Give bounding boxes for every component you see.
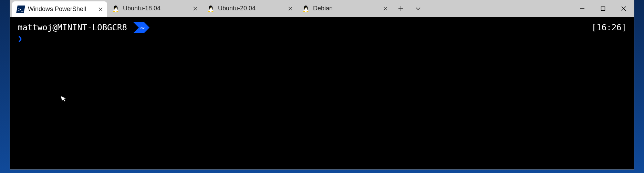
tux-icon	[112, 5, 120, 12]
svg-point-26	[306, 7, 307, 7]
tab-label: Ubuntu-18.04	[123, 5, 187, 12]
svg-point-14	[211, 7, 212, 7]
svg-point-29	[307, 11, 309, 12]
svg-point-5	[115, 7, 115, 7]
svg-point-17	[210, 8, 211, 8]
terminal-pane[interactable]: mattwoj@MININT-LOBGCR8 ~ [16:26] ❯	[10, 17, 634, 169]
svg-point-19	[211, 11, 214, 12]
svg-point-24	[306, 7, 307, 7]
svg-point-7	[115, 8, 116, 8]
terminal-window: >_ Windows PowerShell Ubuntu-18.04	[10, 0, 634, 170]
svg-point-4	[116, 7, 117, 7]
svg-point-28	[303, 11, 305, 12]
svg-point-25	[305, 7, 305, 7]
prompt-path-segment: ~	[133, 22, 149, 33]
new-tab-button[interactable]	[392, 0, 409, 17]
svg-point-9	[116, 11, 118, 12]
tab-label: Debian	[313, 5, 377, 12]
prompt-clock: [16:26]	[592, 23, 626, 32]
svg-point-27	[305, 8, 306, 8]
tabs-row: >_ Windows PowerShell Ubuntu-18.04	[10, 0, 427, 17]
tux-icon	[207, 5, 215, 12]
tab-ubuntu-2004[interactable]: Ubuntu-20.04	[202, 0, 297, 17]
tab-powershell[interactable]: >_ Windows PowerShell	[12, 1, 107, 17]
prompt-line: mattwoj@MININT-LOBGCR8 ~ [16:26]	[18, 22, 626, 33]
close-icon[interactable]	[381, 4, 390, 13]
svg-point-18	[208, 11, 210, 12]
svg-rect-30	[601, 7, 605, 10]
prompt-user-host: mattwoj@MININT-LOBGCR8	[18, 23, 127, 32]
close-icon[interactable]	[191, 4, 200, 13]
mouse-cursor-icon	[60, 94, 68, 104]
tux-icon	[302, 5, 310, 12]
close-window-button[interactable]	[613, 0, 634, 17]
tab-label: Windows PowerShell	[28, 6, 93, 13]
svg-point-13	[210, 7, 210, 7]
powershell-icon: >_	[17, 6, 24, 13]
svg-point-6	[116, 7, 116, 7]
close-icon[interactable]	[96, 5, 105, 14]
tab-ubuntu-1804[interactable]: Ubuntu-18.04	[107, 0, 202, 17]
minimize-button[interactable]	[572, 0, 593, 17]
svg-point-16	[211, 7, 211, 7]
maximize-button[interactable]	[593, 0, 613, 17]
prompt-caret: ❯	[18, 34, 626, 43]
tab-debian[interactable]: Debian	[297, 0, 392, 17]
close-icon[interactable]	[286, 4, 295, 13]
svg-point-15	[210, 7, 210, 7]
svg-point-23	[305, 7, 305, 7]
svg-point-3	[115, 7, 115, 7]
titlebar-drag-area[interactable]	[427, 0, 572, 17]
title-bar: >_ Windows PowerShell Ubuntu-18.04	[10, 0, 634, 17]
svg-point-8	[113, 11, 115, 12]
prompt-path: ~	[133, 22, 149, 33]
tab-label: Ubuntu-20.04	[218, 5, 282, 12]
tab-dropdown-button[interactable]	[409, 0, 427, 17]
